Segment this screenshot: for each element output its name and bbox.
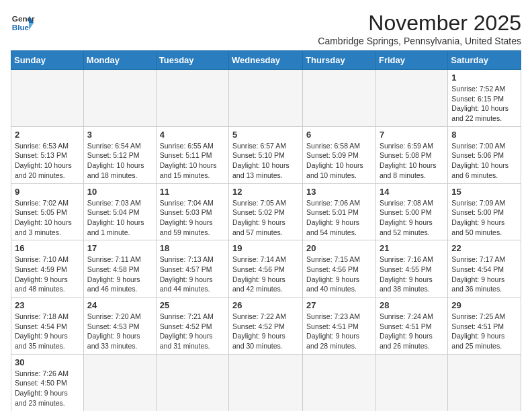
calendar-cell: 20Sunrise: 7:15 AM Sunset: 4:56 PM Dayli… [303, 240, 376, 298]
weekday-header-saturday: Saturday [448, 51, 521, 70]
day-number: 29 [451, 300, 517, 310]
calendar-cell: 19Sunrise: 7:14 AM Sunset: 4:56 PM Dayli… [229, 240, 303, 298]
calendar-cell: 16Sunrise: 7:10 AM Sunset: 4:59 PM Dayli… [11, 240, 84, 298]
day-number: 4 [160, 130, 225, 140]
day-number: 1 [451, 73, 517, 83]
calendar-cell: 12Sunrise: 7:05 AM Sunset: 5:02 PM Dayli… [229, 183, 303, 240]
calendar-week-row: 16Sunrise: 7:10 AM Sunset: 4:59 PM Dayli… [11, 240, 521, 298]
calendar-cell: 15Sunrise: 7:09 AM Sunset: 5:00 PM Dayli… [448, 183, 521, 240]
day-info: Sunrise: 7:23 AM Sunset: 4:51 PM Dayligh… [306, 312, 372, 351]
day-info: Sunrise: 6:53 AM Sunset: 5:13 PM Dayligh… [15, 141, 80, 181]
calendar-cell: 21Sunrise: 7:16 AM Sunset: 4:55 PM Dayli… [375, 240, 447, 298]
day-info: Sunrise: 6:57 AM Sunset: 5:10 PM Dayligh… [232, 141, 299, 181]
calendar-week-row: 9Sunrise: 7:02 AM Sunset: 5:05 PM Daylig… [11, 183, 521, 240]
calendar-cell: 8Sunrise: 7:00 AM Sunset: 5:06 PM Daylig… [448, 126, 521, 183]
day-info: Sunrise: 6:58 AM Sunset: 5:09 PM Dayligh… [306, 141, 372, 181]
day-info: Sunrise: 6:55 AM Sunset: 5:11 PM Dayligh… [160, 141, 225, 181]
day-info: Sunrise: 7:24 AM Sunset: 4:51 PM Dayligh… [380, 312, 444, 351]
day-number: 30 [15, 357, 80, 367]
calendar-cell [448, 354, 521, 411]
day-number: 26 [232, 300, 299, 310]
day-number: 20 [306, 243, 372, 253]
day-number: 16 [15, 243, 80, 253]
title-area: November 2025 Cambridge Springs, Pennsyl… [318, 11, 521, 46]
day-info: Sunrise: 7:13 AM Sunset: 4:57 PM Dayligh… [160, 255, 225, 294]
day-number: 10 [87, 187, 152, 197]
calendar-cell: 17Sunrise: 7:11 AM Sunset: 4:58 PM Dayli… [83, 240, 156, 298]
calendar-week-row: 30Sunrise: 7:26 AM Sunset: 4:50 PM Dayli… [11, 354, 521, 411]
calendar-cell: 14Sunrise: 7:08 AM Sunset: 5:00 PM Dayli… [375, 183, 447, 240]
calendar-cell: 9Sunrise: 7:02 AM Sunset: 5:05 PM Daylig… [11, 183, 84, 240]
day-number: 25 [160, 300, 225, 310]
weekday-header-monday: Monday [83, 51, 156, 70]
svg-marker-3 [29, 23, 34, 30]
calendar-cell: 29Sunrise: 7:25 AM Sunset: 4:51 PM Dayli… [448, 298, 521, 355]
day-number: 23 [15, 300, 80, 310]
day-info: Sunrise: 7:00 AM Sunset: 5:06 PM Dayligh… [451, 141, 517, 181]
calendar-cell: 2Sunrise: 6:53 AM Sunset: 5:13 PM Daylig… [11, 126, 84, 183]
day-number: 28 [380, 300, 444, 310]
day-info: Sunrise: 7:09 AM Sunset: 5:00 PM Dayligh… [451, 198, 517, 238]
page-header: General Blue November 2025 Cambridge Spr… [11, 11, 521, 46]
day-number: 13 [306, 187, 372, 197]
calendar-cell: 22Sunrise: 7:17 AM Sunset: 4:54 PM Dayli… [448, 240, 521, 298]
calendar-table: SundayMondayTuesdayWednesdayThursdayFrid… [11, 50, 521, 411]
calendar-cell: 7Sunrise: 6:59 AM Sunset: 5:08 PM Daylig… [375, 126, 447, 183]
day-number: 12 [232, 187, 299, 197]
day-number: 8 [451, 130, 517, 140]
day-number: 19 [232, 243, 299, 253]
day-number: 22 [451, 243, 517, 253]
calendar-cell [156, 70, 228, 127]
calendar-cell: 6Sunrise: 6:58 AM Sunset: 5:09 PM Daylig… [303, 126, 376, 183]
calendar-cell [11, 70, 84, 127]
weekday-header-friday: Friday [375, 51, 447, 70]
day-number: 6 [306, 130, 372, 140]
calendar-cell [83, 70, 156, 127]
calendar-cell: 30Sunrise: 7:26 AM Sunset: 4:50 PM Dayli… [11, 354, 84, 411]
day-number: 5 [232, 130, 299, 140]
calendar-cell: 23Sunrise: 7:18 AM Sunset: 4:54 PM Dayli… [11, 298, 84, 355]
day-number: 21 [380, 243, 444, 253]
day-number: 15 [451, 187, 517, 197]
weekday-header-sunday: Sunday [11, 51, 84, 70]
weekday-header-wednesday: Wednesday [229, 51, 303, 70]
calendar-cell: 28Sunrise: 7:24 AM Sunset: 4:51 PM Dayli… [375, 298, 447, 355]
calendar-cell [375, 354, 447, 411]
day-info: Sunrise: 7:25 AM Sunset: 4:51 PM Dayligh… [451, 312, 517, 351]
day-info: Sunrise: 7:04 AM Sunset: 5:03 PM Dayligh… [160, 198, 225, 238]
calendar-cell [156, 354, 228, 411]
month-title: November 2025 [318, 11, 521, 36]
day-info: Sunrise: 7:22 AM Sunset: 4:52 PM Dayligh… [232, 312, 299, 351]
calendar-cell [303, 70, 376, 127]
day-number: 3 [87, 130, 152, 140]
calendar-cell: 13Sunrise: 7:06 AM Sunset: 5:01 PM Dayli… [303, 183, 376, 240]
day-number: 9 [15, 187, 80, 197]
calendar-cell: 3Sunrise: 6:54 AM Sunset: 5:12 PM Daylig… [83, 126, 156, 183]
weekday-header-tuesday: Tuesday [156, 51, 228, 70]
calendar-cell: 24Sunrise: 7:20 AM Sunset: 4:53 PM Dayli… [83, 298, 156, 355]
calendar-cell [303, 354, 376, 411]
day-info: Sunrise: 7:16 AM Sunset: 4:55 PM Dayligh… [380, 255, 444, 294]
day-info: Sunrise: 7:18 AM Sunset: 4:54 PM Dayligh… [15, 312, 80, 351]
day-info: Sunrise: 7:02 AM Sunset: 5:05 PM Dayligh… [15, 198, 80, 238]
day-info: Sunrise: 6:59 AM Sunset: 5:08 PM Dayligh… [380, 141, 444, 181]
day-info: Sunrise: 7:10 AM Sunset: 4:59 PM Dayligh… [15, 255, 80, 294]
location-title: Cambridge Springs, Pennsylvania, United … [318, 36, 521, 46]
calendar-cell [229, 354, 303, 411]
day-info: Sunrise: 6:54 AM Sunset: 5:12 PM Dayligh… [87, 141, 152, 181]
day-info: Sunrise: 7:52 AM Sunset: 6:15 PM Dayligh… [451, 84, 517, 124]
calendar-cell [229, 70, 303, 127]
day-info: Sunrise: 7:11 AM Sunset: 4:58 PM Dayligh… [87, 255, 152, 294]
calendar-cell: 27Sunrise: 7:23 AM Sunset: 4:51 PM Dayli… [303, 298, 376, 355]
day-info: Sunrise: 7:21 AM Sunset: 4:52 PM Dayligh… [160, 312, 225, 351]
day-number: 27 [306, 300, 372, 310]
calendar-cell: 18Sunrise: 7:13 AM Sunset: 4:57 PM Dayli… [156, 240, 228, 298]
day-info: Sunrise: 7:20 AM Sunset: 4:53 PM Dayligh… [87, 312, 152, 351]
day-number: 17 [87, 243, 152, 253]
day-info: Sunrise: 7:03 AM Sunset: 5:04 PM Dayligh… [87, 198, 152, 238]
weekday-header-thursday: Thursday [303, 51, 376, 70]
day-info: Sunrise: 7:17 AM Sunset: 4:54 PM Dayligh… [451, 255, 517, 294]
calendar-cell: 10Sunrise: 7:03 AM Sunset: 5:04 PM Dayli… [83, 183, 156, 240]
weekday-header-row: SundayMondayTuesdayWednesdayThursdayFrid… [11, 51, 521, 70]
logo-icon: General Blue [11, 11, 35, 35]
